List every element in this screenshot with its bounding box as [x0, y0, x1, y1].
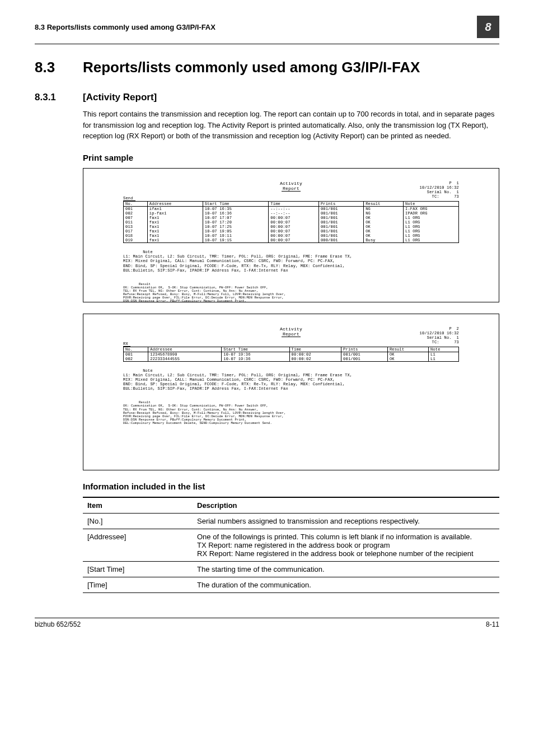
report-cell: 001/001 [318, 211, 363, 216]
report-cell: 001 [124, 352, 148, 357]
report-cell: fax1 [147, 216, 203, 220]
info-desc: The starting time of the communication. [193, 561, 499, 577]
info-head-item: Item [83, 497, 193, 514]
report-cell: 001/001 [318, 234, 363, 238]
report-cell: 10-07 19:15 [203, 238, 269, 243]
report-cell: 00:00:07 [269, 220, 319, 225]
report-cell: 017 [124, 229, 148, 234]
report-col-header: Addressee [147, 201, 203, 206]
report-cell: L1 ORG [404, 229, 459, 234]
report-col-header: No. [124, 347, 148, 352]
report1-note-label: Note [143, 250, 170, 254]
report-cell: 011 [124, 220, 148, 225]
report-cell: 10-07 17:25 [203, 225, 269, 229]
report-cell: 00:00:07 [269, 225, 319, 229]
report-cell: --:--:-- [269, 211, 319, 216]
report-col-header: Note [404, 201, 459, 206]
section-text: Reports/lists commonly used among G3/IP/… [83, 59, 420, 76]
report-cell: Busy [364, 238, 404, 243]
report-cell: OK [387, 357, 428, 362]
report-cell: 001/001 [318, 216, 363, 220]
running-header: 8.3 Reports/lists commonly used among G3… [35, 23, 477, 31]
report-cell: 001/001 [318, 220, 363, 225]
report-col-header: Prints [341, 347, 388, 352]
report-cell: fax1 [147, 234, 203, 238]
report1-meta: P 1 10/12/2010 16:32 Serial No. 1 TC: 73 [420, 181, 459, 199]
report2-note-text: L1: Main Circuit, L2: Sub Circuit, TMR: … [123, 373, 425, 391]
report-cell: 000/001 [318, 238, 363, 243]
report-cell: fax1 [147, 229, 203, 234]
report-cell: fax1 [147, 225, 203, 229]
info-item: [No.] [83, 513, 193, 529]
report-cell: 001/001 [341, 357, 388, 362]
report-col-header: Start Time [222, 347, 289, 352]
report-cell: 10-07 19:36 [222, 352, 289, 357]
report-cell: NG [364, 211, 404, 216]
report-cell: 00:00:07 [269, 238, 319, 243]
report-col-header: Start Time [203, 201, 269, 206]
report-cell: L1 [429, 357, 459, 362]
report-cell: L1 ORG [404, 234, 459, 238]
report-cell: 00:00:07 [269, 234, 319, 238]
report-cell: 002 [124, 211, 148, 216]
report-cell: 001/001 [318, 206, 363, 211]
report1-table: No.AddresseeStart TimeTimePrintsResultNo… [123, 201, 459, 243]
report-cell: IPADR ORG [404, 211, 459, 216]
report-cell: 10-07 16:35 [203, 206, 269, 211]
report-cell: 10-07 19:36 [222, 357, 289, 362]
report-cell: 007 [124, 216, 148, 220]
report2-note-label: Note [143, 368, 170, 373]
report-cell: 018 [124, 234, 148, 238]
footer-right: 8-11 [486, 620, 499, 628]
report-cell: L1 ORG [404, 220, 459, 225]
report-cell: 10-07 17:07 [203, 216, 269, 220]
print-sample-heading: Print sample [83, 153, 499, 162]
report-cell: 001/001 [318, 225, 363, 229]
subsection-title: 8.3.1[Activity Report] [35, 92, 499, 103]
report2-table: No.AddresseeStart TimeTimePrintsResultNo… [123, 347, 459, 362]
report-cell: 019 [124, 238, 148, 243]
report2-meta: P 2 10/12/2010 16:32 Serial No. 1 TC: 73 [420, 326, 459, 344]
report-cell: --:--:-- [269, 206, 319, 211]
report2-section-label: RX [123, 342, 130, 347]
section-number: 8.3 [35, 59, 83, 76]
info-item: [Start Time] [83, 561, 193, 577]
report-cell: 10-07 19:05 [203, 229, 269, 234]
report2-result-text: OK: Communication OK, S-OK: Stop Communi… [123, 404, 425, 424]
report-cell: ip-fax1 [147, 211, 203, 216]
report-cell: 002 [124, 357, 148, 362]
report-cell: ifax1 [147, 206, 203, 211]
report-cell: 10-07 16:36 [203, 211, 269, 216]
report-cell: L1 [429, 352, 459, 357]
report-cell: 001/001 [318, 229, 363, 234]
report-cell: fax1 [147, 220, 203, 225]
report1-title: Activity Report [123, 181, 459, 192]
report-cell: 10-07 17:20 [203, 220, 269, 225]
report-col-header: Result [387, 347, 428, 352]
report-col-header: Time [269, 201, 319, 206]
report-cell: fax1 [147, 238, 203, 243]
report-cell: NG [364, 206, 404, 211]
report-col-header: Prints [318, 201, 363, 206]
report-cell: OK [364, 216, 404, 220]
report-cell: 00:00:02 [289, 357, 341, 362]
info-item: [Time] [83, 577, 193, 592]
footer-left: bizhub 652/552 [35, 620, 81, 628]
report-cell: 00:00:07 [269, 229, 319, 234]
info-item: [Addressee] [83, 529, 193, 561]
report-cell: OK [364, 225, 404, 229]
info-desc: One of the followings is printed. This c… [193, 529, 499, 561]
report1-result-text: OK: Communication OK, S-OK: Stop Communi… [123, 286, 425, 302]
report-cell: L1 ORG [404, 238, 459, 243]
report-col-header: Note [429, 347, 459, 352]
info-desc: The duration of the communication. [193, 577, 499, 592]
report2-title: Activity Report [123, 326, 459, 337]
info-head-desc: Description [193, 497, 499, 514]
report-cell: 001/001 [341, 352, 388, 357]
report-cell: 001 [124, 206, 148, 211]
report-cell: 00:00:02 [289, 352, 341, 357]
report-cell: 013 [124, 225, 148, 229]
report-col-header: No. [124, 201, 148, 206]
report-cell: L1 ORG [404, 225, 459, 229]
print-sample-box-2: P 2 10/12/2010 16:32 Serial No. 1 TC: 73… [83, 314, 499, 470]
